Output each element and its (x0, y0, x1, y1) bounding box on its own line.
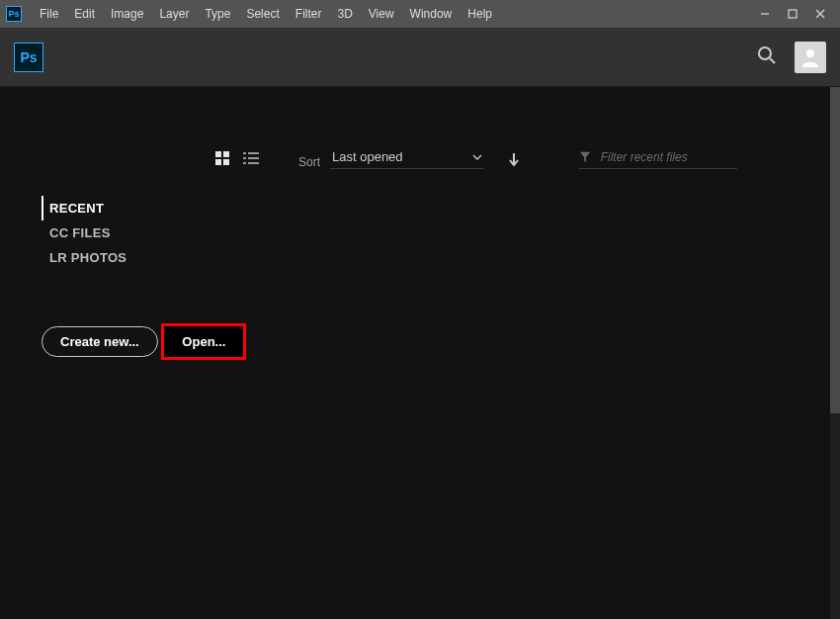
menu-type[interactable]: Type (197, 0, 238, 28)
menu-window[interactable]: Window (402, 0, 461, 28)
sort-dropdown[interactable]: Last opened (330, 149, 484, 169)
svg-rect-12 (248, 152, 259, 154)
svg-rect-10 (223, 159, 229, 165)
search-icon (757, 45, 777, 65)
sort-group: Sort Last opened (298, 149, 520, 169)
menu-edit[interactable]: Edit (66, 0, 103, 28)
sidebar: RECENT CC FILES LR PHOTOS Create new... … (42, 196, 246, 360)
sort-value: Last opened (332, 149, 403, 164)
create-new-button[interactable]: Create new... (42, 326, 158, 357)
app-icon-large: Ps (14, 43, 43, 72)
sidebar-item-ccfiles[interactable]: CC FILES (42, 221, 246, 245)
grid-view-button[interactable] (215, 151, 229, 168)
close-button[interactable] (806, 4, 834, 24)
svg-rect-8 (223, 151, 229, 157)
app-icon-small: Ps (6, 6, 22, 22)
sort-label: Sort (298, 155, 320, 169)
person-icon (798, 45, 822, 69)
maximize-icon (788, 9, 798, 19)
menu-image[interactable]: Image (103, 0, 151, 28)
svg-point-4 (759, 47, 771, 59)
svg-rect-15 (243, 162, 246, 164)
menu-select[interactable]: Select (238, 0, 287, 28)
chevron-down-icon (472, 154, 482, 160)
minimize-button[interactable] (751, 4, 779, 24)
filter-group (579, 150, 737, 169)
menu-file[interactable]: File (32, 0, 66, 28)
menu-help[interactable]: Help (460, 0, 500, 28)
minimize-icon (760, 9, 770, 19)
header-bar: Ps (0, 28, 840, 87)
funnel-icon (579, 150, 591, 164)
sort-direction-button[interactable] (508, 152, 520, 169)
arrow-down-icon (508, 152, 520, 166)
svg-rect-13 (243, 157, 246, 159)
svg-rect-11 (243, 152, 246, 154)
svg-rect-14 (248, 157, 259, 159)
scrollbar-thumb[interactable] (830, 87, 840, 413)
header-right (757, 42, 826, 73)
svg-point-6 (806, 49, 814, 57)
menu-bar: Ps File Edit Image Layer Type Select Fil… (0, 0, 840, 28)
filter-input[interactable] (601, 150, 737, 164)
menu-layer[interactable]: Layer (151, 0, 197, 28)
svg-rect-1 (789, 10, 797, 18)
list-icon (243, 151, 259, 165)
sidebar-buttons: Create new... Open... (42, 310, 246, 360)
view-toggle-group (215, 151, 259, 168)
toolbar: Sort Last opened (215, 144, 800, 174)
svg-rect-7 (215, 151, 221, 157)
close-icon (815, 9, 825, 19)
start-screen: RECENT CC FILES LR PHOTOS Create new... … (0, 87, 840, 619)
window-controls (751, 4, 834, 24)
sidebar-item-recent[interactable]: RECENT (42, 196, 246, 221)
menu-3d[interactable]: 3D (329, 0, 360, 28)
menu-view[interactable]: View (361, 0, 402, 28)
menu-bar-left: Ps File Edit Image Layer Type Select Fil… (6, 0, 500, 28)
svg-rect-9 (215, 159, 221, 165)
list-view-button[interactable] (243, 151, 259, 168)
svg-rect-16 (248, 162, 259, 164)
search-button[interactable] (757, 45, 777, 69)
sidebar-item-lrphotos[interactable]: LR PHOTOS (42, 245, 246, 270)
svg-line-5 (770, 58, 775, 63)
open-button-highlight: Open... (161, 323, 246, 360)
menu-filter[interactable]: Filter (288, 0, 330, 28)
open-button[interactable]: Open... (168, 328, 239, 355)
scrollbar-track[interactable] (830, 87, 840, 619)
user-avatar[interactable] (795, 42, 826, 73)
maximize-button[interactable] (779, 4, 806, 24)
grid-icon (215, 151, 229, 165)
